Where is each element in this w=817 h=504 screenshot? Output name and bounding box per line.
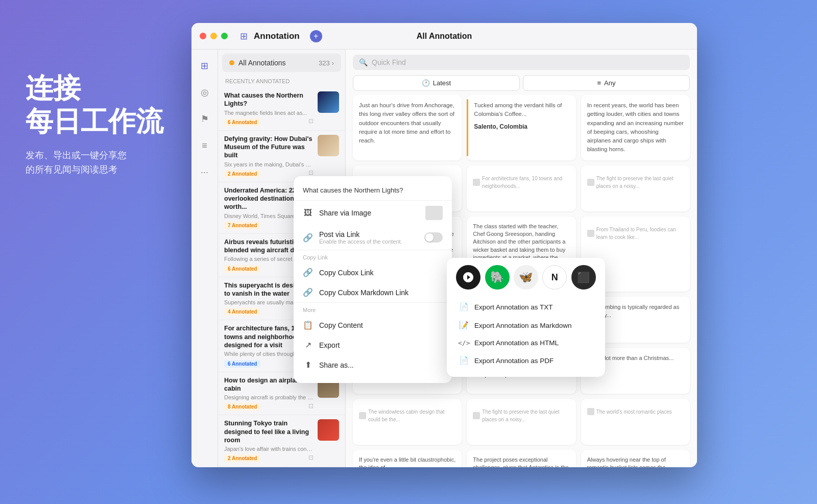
recently-annotated-label: Recently Annotated xyxy=(218,76,345,87)
card-footer: The fight to preserve the last quiet pla… xyxy=(473,408,569,423)
all-annotations-row[interactable]: All Annotations 323 › xyxy=(222,54,341,72)
sidebar-icon-bookmark[interactable]: ◎ xyxy=(197,84,213,101)
evernote-icon: 🐘 xyxy=(490,271,504,284)
share-as-item[interactable]: ⬆ Share as... xyxy=(294,355,452,375)
toggle-knob xyxy=(425,233,434,242)
link-icon: 🔗 xyxy=(303,287,313,297)
copy-content-item[interactable]: 📋 Copy Content xyxy=(294,315,452,335)
article-excerpt: The magnetic fields lines act as... xyxy=(224,109,314,116)
source-icon xyxy=(473,412,480,419)
card-footer: The windowless cabin design that could b… xyxy=(359,408,455,423)
grid-card: The windowless cabin design that could b… xyxy=(353,399,462,445)
share-via-image-label: Share via Image xyxy=(319,209,419,217)
hero-title: 连接 每日工作流 xyxy=(26,71,163,138)
export-pdf-label: Export Annotation as PDF xyxy=(474,357,554,365)
share-butterfly-button[interactable]: 🦋 xyxy=(514,265,538,290)
titlebar-left: ⊞ Annotation + xyxy=(200,30,327,42)
copy-cubox-link-label: Copy Cubox Link xyxy=(319,269,443,277)
add-button[interactable]: + xyxy=(310,30,322,42)
fullscreen-button[interactable] xyxy=(221,33,228,39)
grid-card: If you're even a little bit claustrophob… xyxy=(353,450,462,467)
share-notion-button[interactable]: N xyxy=(542,265,567,290)
card-footer-text: For architecture fans, 10 towns and neig… xyxy=(482,175,569,190)
copy-content-label: Copy Content xyxy=(319,321,443,329)
filter-icon: ≡ xyxy=(597,79,602,87)
card-footer: For architecture fans, 10 towns and neig… xyxy=(473,175,569,190)
export-label: Export xyxy=(319,341,443,349)
save-icon: ⊡ xyxy=(308,454,314,461)
pdf-icon: 📄 xyxy=(458,356,469,365)
source-icon xyxy=(473,179,480,186)
share-icon: ⬆ xyxy=(303,360,313,370)
card-footer-text: The world's most romantic places xyxy=(596,408,672,416)
hero-subtitle: 发布、导出或一键分享您的所有见闻与阅读思考 xyxy=(26,148,163,178)
clock-icon: 🕐 xyxy=(422,79,430,87)
dropdown-section-more: More 📋 Copy Content ↗ Export ⬆ Share as.… xyxy=(294,302,452,375)
source-icon xyxy=(587,179,594,186)
image-icon: 🖼 xyxy=(303,208,313,218)
yellow-bar xyxy=(467,99,468,156)
export-html-label: Export Annotation as HTML xyxy=(474,339,559,347)
article-badge: 6 Annotated xyxy=(224,118,260,126)
sidebar-icon-more[interactable]: ··· xyxy=(197,164,213,180)
grid-card: The fight to preserve the last quiet pla… xyxy=(581,165,690,211)
close-button[interactable] xyxy=(200,33,206,39)
more-section-label: More xyxy=(294,303,452,315)
article-excerpt: Japan's love affair with trains continue… xyxy=(224,445,314,452)
notion-icon: N xyxy=(551,272,558,283)
article-thumb xyxy=(318,135,339,156)
sidebar-icon-grid[interactable]: ⊞ xyxy=(197,58,213,74)
article-badge: 6 Annotated xyxy=(224,360,260,368)
sidebar-toggle-icon[interactable]: ⊞ xyxy=(240,31,248,42)
sidebar-icon-list[interactable]: ≡ xyxy=(197,137,213,154)
grid-card: The fight to preserve the last quiet pla… xyxy=(467,399,575,445)
article-thumb xyxy=(318,91,339,113)
article-title: Stunning Tokyo train designed to feel li… xyxy=(224,419,314,444)
export-item[interactable]: ↗ Export xyxy=(294,335,452,355)
source-icon xyxy=(587,408,594,415)
share-via-image-item[interactable]: 🖼 Share via Image xyxy=(294,201,452,225)
card-footer-text: The fight to preserve the last quiet pla… xyxy=(596,175,684,190)
grid-card: The world's most romantic places xyxy=(581,399,690,445)
list-item[interactable]: Stunning Tokyo train designed to feel li… xyxy=(218,415,345,467)
share-as-label: Share as... xyxy=(319,361,443,369)
filter-latest-button[interactable]: 🕐 Latest xyxy=(353,75,520,91)
search-bar[interactable]: 🔍 Quick Find xyxy=(353,55,690,70)
article-title: What causes the Northern Lights? xyxy=(224,91,314,108)
article-info: Stunning Tokyo train designed to feel li… xyxy=(224,419,314,462)
right-panel-title: All Annotation xyxy=(417,32,472,41)
article-badge: 2 Annotated xyxy=(224,454,260,462)
save-icon: ⊡ xyxy=(308,117,314,125)
html-icon: </> xyxy=(458,339,469,347)
export-pdf-item[interactable]: 📄 Export Annotation as PDF xyxy=(454,351,598,370)
article-badge: 7 Annotated xyxy=(224,222,260,229)
share-evernote-button[interactable]: 🐘 xyxy=(485,265,510,290)
card-footer: The fight to preserve the last quiet pla… xyxy=(587,175,684,190)
post-via-link-item[interactable]: 🔗 Post via Link Enable the access of the… xyxy=(294,225,452,250)
share-readwise-button[interactable] xyxy=(456,265,480,290)
copy-cubox-link-item[interactable]: 🔗 Copy Cubox Link xyxy=(294,262,452,282)
export-html-item[interactable]: </> Export Annotation as HTML xyxy=(454,334,598,351)
export-markdown-item[interactable]: 📝 Export Annotation as Markdown xyxy=(454,316,598,334)
grid-card: Just an hour's drive from Anchorage, thi… xyxy=(353,95,462,160)
share-icons-row: 🐘 🦋 N ⬛ xyxy=(454,265,598,290)
article-info: Defying gravity: How Dubai's Museum of t… xyxy=(224,135,314,178)
copy-cubox-markdown-item[interactable]: 🔗 Copy Cubox Markdown Link xyxy=(294,282,452,302)
save-icon: ⊡ xyxy=(308,169,314,176)
markdown-icon: 📝 xyxy=(458,321,469,330)
list-item[interactable]: Defying gravity: How Dubai's Museum of t… xyxy=(218,131,345,182)
all-annotations-count: 323 › xyxy=(319,59,334,67)
post-via-link-toggle[interactable] xyxy=(424,232,443,243)
filter-any-button[interactable]: ≡ Any xyxy=(523,75,690,91)
list-item[interactable]: The windowless cabin design that could b… xyxy=(218,467,345,467)
filter-bar: 🕐 Latest ≡ Any xyxy=(346,73,697,95)
source-icon xyxy=(587,230,594,237)
dropdown-section-copy: Copy Link 🔗 Copy Cubox Link 🔗 Copy Cubox… xyxy=(294,250,452,302)
list-item[interactable]: What causes the Northern Lights? The mag… xyxy=(218,87,345,131)
export-txt-item[interactable]: 📄 Export Annotation as TXT xyxy=(454,298,598,316)
article-info: What causes the Northern Lights? The mag… xyxy=(224,91,314,126)
share-clipboard-button[interactable]: ⬛ xyxy=(571,265,596,290)
image-preview xyxy=(425,206,443,220)
minimize-button[interactable] xyxy=(210,33,217,39)
sidebar-icon-flag[interactable]: ⚑ xyxy=(197,111,213,127)
